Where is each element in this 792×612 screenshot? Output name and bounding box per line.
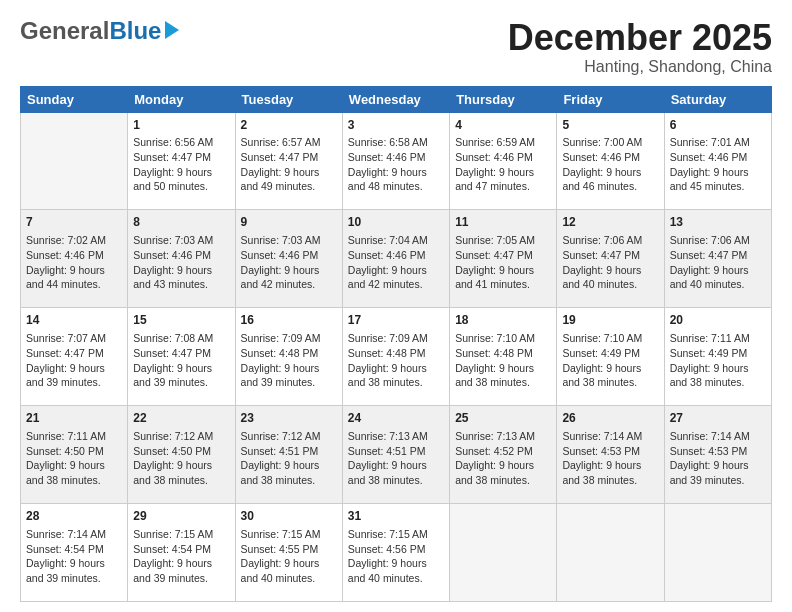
cell-info: Daylight: 9 hours xyxy=(133,361,229,376)
cell-info: Sunset: 4:52 PM xyxy=(455,444,551,459)
cell-info: and 40 minutes. xyxy=(562,277,658,292)
cell-info: Daylight: 9 hours xyxy=(670,165,766,180)
cell-info: Sunset: 4:46 PM xyxy=(26,248,122,263)
cell-info: and 50 minutes. xyxy=(133,179,229,194)
cell-info: Sunset: 4:49 PM xyxy=(670,346,766,361)
table-row: 20Sunrise: 7:11 AMSunset: 4:49 PMDayligh… xyxy=(664,308,771,406)
table-row: 14Sunrise: 7:07 AMSunset: 4:47 PMDayligh… xyxy=(21,308,128,406)
calendar-week-row: 28Sunrise: 7:14 AMSunset: 4:54 PMDayligh… xyxy=(21,504,772,602)
day-number: 20 xyxy=(670,312,766,329)
calendar-week-row: 14Sunrise: 7:07 AMSunset: 4:47 PMDayligh… xyxy=(21,308,772,406)
table-row: 8Sunrise: 7:03 AMSunset: 4:46 PMDaylight… xyxy=(128,210,235,308)
cell-info: Sunrise: 7:09 AM xyxy=(348,331,444,346)
table-row xyxy=(557,504,664,602)
day-number: 7 xyxy=(26,214,122,231)
cell-info: Sunrise: 6:56 AM xyxy=(133,135,229,150)
table-row: 21Sunrise: 7:11 AMSunset: 4:50 PMDayligh… xyxy=(21,406,128,504)
day-number: 27 xyxy=(670,410,766,427)
cell-info: Sunset: 4:47 PM xyxy=(133,150,229,165)
cell-info: and 44 minutes. xyxy=(26,277,122,292)
calendar-header-row: Sunday Monday Tuesday Wednesday Thursday… xyxy=(21,86,772,112)
day-number: 25 xyxy=(455,410,551,427)
day-number: 28 xyxy=(26,508,122,525)
table-row: 15Sunrise: 7:08 AMSunset: 4:47 PMDayligh… xyxy=(128,308,235,406)
cell-info: and 38 minutes. xyxy=(348,375,444,390)
cell-info: and 38 minutes. xyxy=(348,473,444,488)
table-row: 31Sunrise: 7:15 AMSunset: 4:56 PMDayligh… xyxy=(342,504,449,602)
header: GeneralBlue December 2025 Hanting, Shand… xyxy=(20,18,772,76)
day-number: 4 xyxy=(455,117,551,134)
logo-blue: Blue xyxy=(109,17,161,44)
day-number: 11 xyxy=(455,214,551,231)
cell-info: Sunset: 4:50 PM xyxy=(133,444,229,459)
cell-info: and 45 minutes. xyxy=(670,179,766,194)
table-row xyxy=(664,504,771,602)
cell-info: and 38 minutes. xyxy=(562,473,658,488)
cell-info: Daylight: 9 hours xyxy=(26,556,122,571)
logo: GeneralBlue xyxy=(20,18,179,44)
day-number: 1 xyxy=(133,117,229,134)
cell-info: Sunset: 4:54 PM xyxy=(133,542,229,557)
cell-info: Sunrise: 7:12 AM xyxy=(241,429,337,444)
cell-info: Daylight: 9 hours xyxy=(241,458,337,473)
cell-info: and 46 minutes. xyxy=(562,179,658,194)
col-header-wednesday: Wednesday xyxy=(342,86,449,112)
table-row: 30Sunrise: 7:15 AMSunset: 4:55 PMDayligh… xyxy=(235,504,342,602)
day-number: 22 xyxy=(133,410,229,427)
table-row: 17Sunrise: 7:09 AMSunset: 4:48 PMDayligh… xyxy=(342,308,449,406)
cell-info: Sunrise: 6:58 AM xyxy=(348,135,444,150)
calendar-week-row: 1Sunrise: 6:56 AMSunset: 4:47 PMDaylight… xyxy=(21,112,772,210)
table-row: 2Sunrise: 6:57 AMSunset: 4:47 PMDaylight… xyxy=(235,112,342,210)
cell-info: Sunset: 4:46 PM xyxy=(348,150,444,165)
cell-info: Daylight: 9 hours xyxy=(241,165,337,180)
cell-info: Daylight: 9 hours xyxy=(348,361,444,376)
cell-info: and 38 minutes. xyxy=(670,375,766,390)
title-block: December 2025 Hanting, Shandong, China xyxy=(508,18,772,76)
cell-info: Daylight: 9 hours xyxy=(241,361,337,376)
cell-info: and 39 minutes. xyxy=(26,375,122,390)
location-title: Hanting, Shandong, China xyxy=(508,58,772,76)
cell-info: Sunset: 4:53 PM xyxy=(562,444,658,459)
col-header-sunday: Sunday xyxy=(21,86,128,112)
calendar-table: Sunday Monday Tuesday Wednesday Thursday… xyxy=(20,86,772,602)
cell-info: Sunset: 4:47 PM xyxy=(455,248,551,263)
cell-info: Sunrise: 7:08 AM xyxy=(133,331,229,346)
cell-info: Sunset: 4:46 PM xyxy=(562,150,658,165)
table-row: 26Sunrise: 7:14 AMSunset: 4:53 PMDayligh… xyxy=(557,406,664,504)
cell-info: Sunrise: 7:06 AM xyxy=(670,233,766,248)
cell-info: Daylight: 9 hours xyxy=(133,165,229,180)
cell-info: and 38 minutes. xyxy=(455,473,551,488)
cell-info: Daylight: 9 hours xyxy=(348,556,444,571)
day-number: 12 xyxy=(562,214,658,231)
cell-info: Daylight: 9 hours xyxy=(562,458,658,473)
table-row: 4Sunrise: 6:59 AMSunset: 4:46 PMDaylight… xyxy=(450,112,557,210)
cell-info: and 40 minutes. xyxy=(241,571,337,586)
day-number: 18 xyxy=(455,312,551,329)
cell-info: Sunset: 4:47 PM xyxy=(26,346,122,361)
cell-info: Daylight: 9 hours xyxy=(562,263,658,278)
day-number: 15 xyxy=(133,312,229,329)
cell-info: Sunset: 4:53 PM xyxy=(670,444,766,459)
table-row: 1Sunrise: 6:56 AMSunset: 4:47 PMDaylight… xyxy=(128,112,235,210)
cell-info: and 39 minutes. xyxy=(241,375,337,390)
table-row: 6Sunrise: 7:01 AMSunset: 4:46 PMDaylight… xyxy=(664,112,771,210)
cell-info: and 39 minutes. xyxy=(670,473,766,488)
cell-info: and 38 minutes. xyxy=(455,375,551,390)
day-number: 5 xyxy=(562,117,658,134)
cell-info: Sunrise: 7:00 AM xyxy=(562,135,658,150)
cell-info: and 38 minutes. xyxy=(26,473,122,488)
col-header-monday: Monday xyxy=(128,86,235,112)
table-row: 19Sunrise: 7:10 AMSunset: 4:49 PMDayligh… xyxy=(557,308,664,406)
cell-info: Daylight: 9 hours xyxy=(241,263,337,278)
day-number: 3 xyxy=(348,117,444,134)
cell-info: Daylight: 9 hours xyxy=(455,361,551,376)
cell-info: Sunrise: 7:14 AM xyxy=(26,527,122,542)
cell-info: Daylight: 9 hours xyxy=(133,263,229,278)
cell-info: and 38 minutes. xyxy=(133,473,229,488)
cell-info: Sunset: 4:47 PM xyxy=(241,150,337,165)
cell-info: Sunrise: 7:03 AM xyxy=(133,233,229,248)
table-row: 22Sunrise: 7:12 AMSunset: 4:50 PMDayligh… xyxy=(128,406,235,504)
table-row: 16Sunrise: 7:09 AMSunset: 4:48 PMDayligh… xyxy=(235,308,342,406)
cell-info: Sunset: 4:48 PM xyxy=(455,346,551,361)
table-row: 24Sunrise: 7:13 AMSunset: 4:51 PMDayligh… xyxy=(342,406,449,504)
